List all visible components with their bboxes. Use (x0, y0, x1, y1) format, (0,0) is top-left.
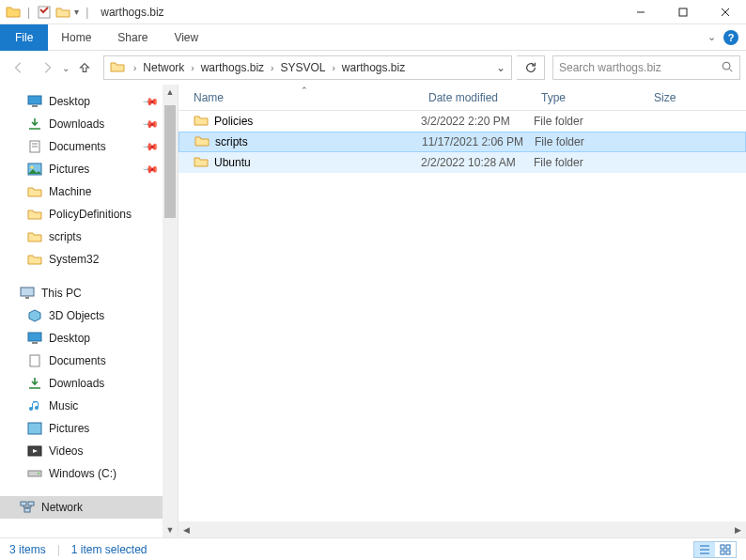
tree-item-pc-drive-c[interactable]: Windows (C:) (0, 462, 178, 485)
up-button[interactable] (71, 54, 98, 81)
window-title: warthogs.biz (101, 6, 163, 19)
scroll-track[interactable] (194, 521, 730, 537)
column-date[interactable]: Date modified (421, 85, 534, 110)
view-mode-toggles (693, 541, 737, 558)
network-icon (19, 500, 36, 515)
folder-icon (6, 5, 21, 20)
svg-point-3 (723, 62, 730, 70)
tree-item-scripts[interactable]: scripts (0, 226, 178, 248)
scroll-left-icon[interactable]: ◀ (179, 521, 194, 537)
minimize-button[interactable] (619, 0, 661, 24)
tab-home[interactable]: Home (48, 24, 104, 51)
scroll-right-icon[interactable]: ▶ (730, 521, 746, 537)
back-button[interactable] (6, 54, 32, 81)
scroll-up-icon[interactable]: ▲ (163, 85, 178, 100)
crumb-domain-1[interactable]: warthogs.biz (197, 56, 268, 79)
file-tab[interactable]: File (0, 24, 48, 51)
svg-rect-2 (679, 8, 687, 16)
pin-icon: 📌 (141, 137, 159, 155)
tree-item-pc-documents[interactable]: Documents (0, 350, 178, 372)
tree-item-pc-downloads[interactable]: Downloads (0, 372, 178, 395)
navigation-bar: ⌄ › Network› warthogs.biz› SYSVOL› warth… (0, 51, 746, 85)
svg-rect-25 (726, 545, 730, 549)
window-controls (619, 0, 746, 24)
file-row[interactable]: Policies 3/2/2022 2:20 PM File folder (179, 111, 746, 132)
folder-icon (26, 252, 43, 267)
column-size[interactable]: Size (646, 85, 746, 110)
tree-item-downloads[interactable]: Downloads📌 (0, 113, 178, 135)
tree-item-documents[interactable]: Documents📌 (0, 135, 178, 158)
help-icon[interactable]: ? (723, 30, 738, 45)
file-date: 11/17/2021 2:06 PM (422, 135, 535, 148)
details-view-button[interactable] (694, 542, 715, 557)
address-dropdown-icon[interactable]: ⌄ (490, 56, 511, 79)
tree-item-policydefinitions[interactable]: PolicyDefinitions (0, 203, 178, 226)
breadcrumb-sep-icon[interactable]: › (131, 63, 139, 73)
tree-item-system32[interactable]: System32 (0, 248, 178, 271)
scroll-thumb[interactable] (164, 105, 176, 218)
chevron-right-icon[interactable]: › (329, 63, 337, 73)
ribbon-expand-icon[interactable]: ⌄ (707, 31, 716, 43)
tree-item-network[interactable]: Network (0, 496, 178, 519)
svg-rect-12 (21, 288, 34, 296)
refresh-button[interactable] (517, 55, 545, 80)
svg-line-4 (730, 69, 733, 71)
column-name[interactable]: Name (179, 85, 421, 110)
file-type: File folder (534, 156, 646, 169)
close-button[interactable] (704, 0, 746, 24)
chevron-right-icon[interactable]: › (188, 63, 196, 73)
video-icon (26, 443, 43, 459)
svg-rect-16 (30, 355, 39, 366)
breadcrumb: Network› warthogs.biz› SYSVOL› warthogs.… (139, 56, 490, 79)
file-row[interactable]: Ubuntu 2/2/2022 10:28 AM File folder (179, 152, 746, 173)
forward-button[interactable] (34, 54, 60, 81)
file-date: 2/2/2022 10:28 AM (421, 156, 534, 169)
svg-rect-21 (21, 502, 26, 506)
search-input[interactable] (559, 61, 721, 74)
svg-rect-27 (726, 551, 730, 554)
tree-item-pc-videos[interactable]: Videos (0, 440, 178, 462)
tree-item-pc-pictures[interactable]: Pictures (0, 417, 178, 440)
crumb-network[interactable]: Network (139, 56, 188, 79)
pin-icon: 📌 (141, 92, 159, 110)
desktop-icon (26, 331, 43, 346)
horizontal-scrollbar[interactable]: ◀ ▶ (179, 521, 746, 537)
scroll-down-icon[interactable]: ▼ (163, 522, 178, 537)
folder-icon (194, 114, 209, 130)
desktop-icon (26, 94, 43, 109)
search-icon[interactable] (721, 60, 734, 76)
tree-item-desktop[interactable]: Desktop📌 (0, 90, 178, 113)
new-folder-icon[interactable] (55, 5, 70, 20)
search-box[interactable] (552, 55, 740, 80)
file-rows: Policies 3/2/2022 2:20 PM File folder sc… (179, 111, 746, 173)
drive-icon (26, 466, 43, 481)
tree-scrollbar[interactable]: ▲ ▼ (163, 85, 178, 537)
download-icon (26, 117, 43, 132)
chevron-right-icon[interactable]: › (268, 63, 276, 73)
file-date: 3/2/2022 2:20 PM (421, 115, 534, 128)
pin-icon: 📌 (141, 115, 159, 132)
navigation-tree[interactable]: Desktop📌 Downloads📌 Documents📌 Pictures📌… (0, 85, 179, 537)
file-row[interactable]: scripts 11/17/2021 2:06 PM File folder (179, 132, 746, 152)
svg-rect-6 (32, 105, 38, 107)
column-type[interactable]: Type (534, 85, 646, 110)
tree-item-machine[interactable]: Machine (0, 180, 178, 203)
svg-rect-15 (32, 342, 38, 344)
tree-item-pc-desktop[interactable]: Desktop (0, 327, 178, 350)
tree-item-pictures[interactable]: Pictures📌 (0, 158, 178, 180)
file-list-pane: ⌃ Name Date modified Type Size Policies … (179, 85, 746, 537)
thumbnails-view-button[interactable] (715, 542, 736, 557)
maximize-button[interactable] (661, 0, 704, 24)
properties-icon[interactable] (37, 5, 52, 20)
tab-share[interactable]: Share (104, 24, 161, 51)
ribbon: File Home Share View ⌄ ? (0, 24, 746, 51)
tree-item-pc-music[interactable]: Music (0, 395, 178, 417)
qat-dropdown-icon[interactable]: ▾ (74, 7, 79, 17)
tab-view[interactable]: View (161, 24, 211, 51)
address-bar[interactable]: › Network› warthogs.biz› SYSVOL› warthog… (103, 55, 512, 80)
tree-item-3dobjects[interactable]: 3D Objects (0, 304, 178, 327)
tree-item-thispc[interactable]: This PC (0, 282, 178, 304)
history-dropdown-icon[interactable]: ⌄ (62, 63, 70, 73)
crumb-domain-2[interactable]: warthogs.biz (338, 56, 409, 79)
crumb-sysvol[interactable]: SYSVOL (276, 56, 329, 79)
